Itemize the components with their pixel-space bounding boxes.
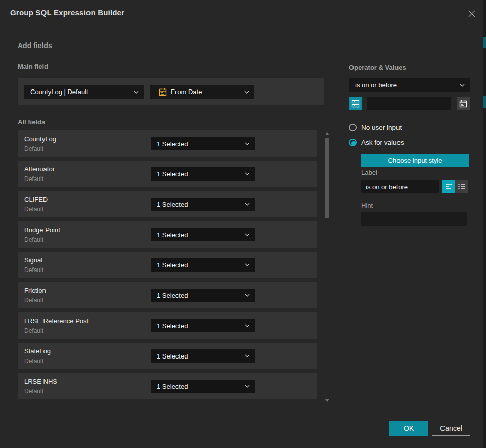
chevron-down-icon xyxy=(244,91,249,94)
background-app-edge xyxy=(483,0,486,448)
add-fields-heading: Add fields xyxy=(18,41,52,50)
field-name: LRSE NHS xyxy=(24,378,57,385)
layer-select[interactable]: CountyLog | Default xyxy=(24,85,144,99)
background-accent-sliver xyxy=(483,37,486,48)
field-selection-dropdown[interactable]: 1 Selected xyxy=(151,167,255,181)
field-row: Bridge Point Default 1 Selected xyxy=(18,221,317,248)
field-name: CountyLog xyxy=(24,135,56,143)
field-selection-dropdown[interactable]: 1 Selected xyxy=(151,258,255,272)
dialog-header: Group SQL Expression Builder xyxy=(0,0,483,26)
field-row: LRSE Reference Post Default 1 Selected xyxy=(18,312,317,339)
field-row: LRSE NHS Default 1 Selected xyxy=(18,373,317,399)
dialog-title: Group SQL Expression Builder xyxy=(10,8,124,17)
all-fields-heading: All fields xyxy=(18,118,45,126)
panel-divider xyxy=(340,60,340,414)
input-style-single-line-button[interactable] xyxy=(442,180,455,193)
date-picker-button[interactable] xyxy=(457,97,470,110)
background-accent-sliver xyxy=(483,96,486,108)
field-subtitle: Default xyxy=(24,327,43,334)
hint-input[interactable] xyxy=(361,212,467,226)
field-name: LRSE Reference Post xyxy=(24,317,89,325)
choose-input-style-button[interactable]: Choose input style xyxy=(361,154,469,167)
align-left-icon xyxy=(445,183,453,191)
triangle-up-icon xyxy=(325,132,329,135)
field-row: CLIFED Default 1 Selected xyxy=(18,191,317,217)
field-name: CLIFED xyxy=(24,196,48,203)
value-input-row xyxy=(349,97,470,110)
chevron-down-icon xyxy=(245,354,250,357)
chevron-down-icon xyxy=(245,233,250,236)
field-name: Signal xyxy=(24,256,42,264)
radio-no-user-input[interactable]: No user input xyxy=(349,124,402,131)
field-subtitle: Default xyxy=(24,266,43,274)
main-field-heading: Main field xyxy=(18,63,48,70)
input-style-list-button[interactable] xyxy=(455,180,468,193)
field-selection-dropdown[interactable]: 1 Selected xyxy=(151,198,255,211)
chevron-down-icon xyxy=(245,172,250,175)
field-selection-dropdown[interactable]: 1 Selected xyxy=(151,380,255,393)
bulleted-list-icon xyxy=(458,183,466,191)
field-name: StateLog xyxy=(24,347,51,355)
field-selection-dropdown[interactable]: 1 Selected xyxy=(151,289,255,302)
main-field-select[interactable]: From Date xyxy=(150,85,254,99)
field-subtitle: Default xyxy=(24,175,43,183)
close-icon xyxy=(468,10,476,18)
ok-button[interactable]: OK xyxy=(389,421,428,436)
field-row: Friction Default 1 Selected xyxy=(18,282,317,308)
field-selection-dropdown[interactable]: 1 Selected xyxy=(151,137,255,150)
scrollbar-up-arrow[interactable] xyxy=(324,131,330,136)
triangle-down-icon xyxy=(325,399,329,402)
field-row: CountyLog Default 1 Selected xyxy=(18,130,317,157)
stacked-values-icon xyxy=(351,100,360,108)
all-fields-list: CountyLog Default 1 Selected Attenuator … xyxy=(18,130,317,399)
field-selection-dropdown[interactable]: 1 Selected xyxy=(151,349,255,363)
field-selection-dropdown[interactable]: 1 Selected xyxy=(151,319,255,332)
field-row: Signal Default 1 Selected xyxy=(18,252,317,278)
operator-select-value: is on or before xyxy=(355,81,457,89)
calendar-icon xyxy=(459,100,467,108)
field-selection-dropdown[interactable]: 1 Selected xyxy=(151,228,255,241)
field-row: StateLog Default 1 Selected xyxy=(18,343,317,369)
cancel-button[interactable]: Cancel xyxy=(432,421,470,436)
main-field-select-value: From Date xyxy=(171,88,241,96)
field-subtitle: Default xyxy=(24,206,43,213)
chevron-down-icon xyxy=(245,294,250,297)
field-name: Attenuator xyxy=(24,165,55,173)
operator-values-heading: Operator & Values xyxy=(349,64,406,71)
field-subtitle: Default xyxy=(24,357,43,365)
main-field-panel: CountyLog | Default From Date xyxy=(18,78,324,105)
layer-select-value: CountyLog | Default xyxy=(30,88,130,96)
field-subtitle: Default xyxy=(24,145,43,152)
field-subtitle: Default xyxy=(24,388,43,395)
field-name: Friction xyxy=(24,287,46,294)
field-subtitle: Default xyxy=(24,297,43,304)
field-name: Bridge Point xyxy=(24,226,60,234)
field-row: Attenuator Default 1 Selected xyxy=(18,161,317,187)
calendar-icon xyxy=(156,88,167,96)
radio-label: Ask for values xyxy=(361,139,404,146)
set-values-button[interactable] xyxy=(349,97,362,110)
chevron-down-icon xyxy=(245,142,250,145)
chevron-down-icon xyxy=(245,203,250,206)
chevron-down-icon xyxy=(134,91,139,94)
chevron-down-icon xyxy=(245,263,250,266)
radio-label: No user input xyxy=(361,124,402,131)
scrollbar-thumb[interactable] xyxy=(325,138,329,218)
chevron-down-icon xyxy=(460,84,465,87)
chevron-down-icon xyxy=(245,324,250,327)
scrollbar-down-arrow[interactable] xyxy=(324,398,330,402)
label-field-label: Label xyxy=(361,169,377,176)
operator-select[interactable]: is on or before xyxy=(349,78,470,92)
radio-circle-checked-icon xyxy=(349,139,357,146)
radio-circle-icon xyxy=(349,124,357,131)
close-button[interactable] xyxy=(467,9,477,19)
radio-ask-for-values[interactable]: Ask for values xyxy=(349,139,404,146)
chevron-down-icon xyxy=(245,385,250,388)
hint-field-label: Hint xyxy=(361,202,373,209)
value-input[interactable] xyxy=(367,97,451,110)
field-subtitle: Default xyxy=(24,236,43,243)
label-input[interactable] xyxy=(361,180,439,193)
group-sql-expression-builder-dialog: Group SQL Expression Builder Add fields … xyxy=(0,0,486,448)
